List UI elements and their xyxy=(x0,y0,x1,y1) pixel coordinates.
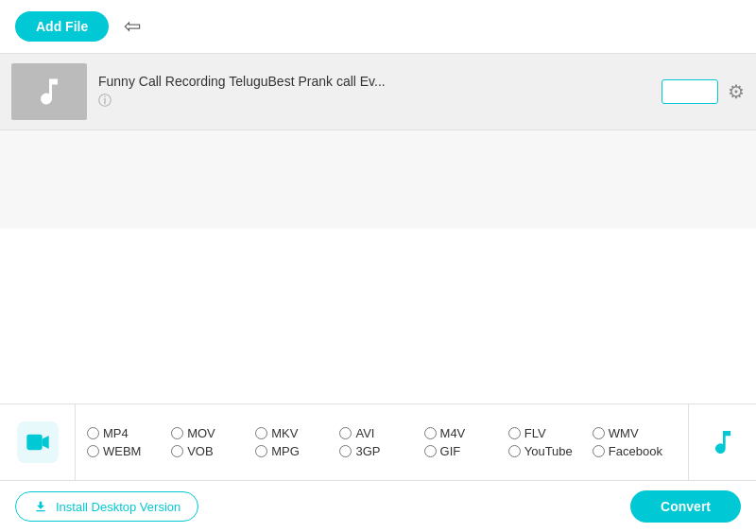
music-icon xyxy=(32,75,66,109)
format-option-mkv[interactable]: MKV xyxy=(255,426,339,440)
format-radio-3gp[interactable] xyxy=(339,445,352,457)
settings-icon[interactable]: ⚙ xyxy=(728,80,745,103)
video-icon xyxy=(25,429,51,455)
download-icon xyxy=(33,499,48,514)
file-actions: ⚙ xyxy=(662,79,745,104)
format-option-3gp[interactable]: 3GP xyxy=(339,444,423,458)
format-label-avi: AVI xyxy=(355,426,374,440)
format-bar: MP4MOVMKVAVIM4VFLVWMVWEBMVOBMPG3GPGIFYou… xyxy=(0,403,756,480)
format-radio-mov[interactable] xyxy=(171,427,183,439)
format-bar-right[interactable] xyxy=(688,404,756,480)
format-option-gif[interactable]: GIF xyxy=(424,444,508,458)
format-label-mp4: MP4 xyxy=(103,426,129,440)
format-option-mp4[interactable]: MP4 xyxy=(87,426,171,440)
format-radio-webm[interactable] xyxy=(87,445,99,457)
duration-box xyxy=(662,79,718,104)
format-option-flv[interactable]: FLV xyxy=(508,426,593,440)
format-label-m4v: M4V xyxy=(440,426,466,440)
install-label: Install Desktop Version xyxy=(56,500,180,514)
empty-space xyxy=(0,229,756,403)
arrow-left-icon: ⇦ xyxy=(124,14,141,39)
svg-marker-1 xyxy=(42,436,48,449)
format-label-3gp: 3GP xyxy=(355,444,380,458)
format-option-avi[interactable]: AVI xyxy=(339,426,423,440)
format-option-wmv[interactable]: WMV xyxy=(593,426,677,440)
file-info: Funny Call Recording TeluguBest Prank ca… xyxy=(98,74,650,110)
format-bar-left[interactable] xyxy=(0,404,76,480)
file-list: Funny Call Recording TeluguBest Prank ca… xyxy=(0,54,756,229)
format-options: MP4MOVMKVAVIM4VFLVWMVWEBMVOBMPG3GPGIFYou… xyxy=(76,419,688,466)
audio-icon-box xyxy=(704,421,741,463)
format-label-mkv: MKV xyxy=(271,426,298,440)
audio-icon xyxy=(708,427,738,457)
format-option-facebook[interactable]: Facebook xyxy=(593,444,677,458)
format-label-webm: WEBM xyxy=(103,444,141,458)
format-radio-vob[interactable] xyxy=(171,445,183,457)
format-label-flv: FLV xyxy=(524,426,546,440)
format-label-facebook: Facebook xyxy=(609,444,662,458)
format-option-mov[interactable]: MOV xyxy=(171,426,255,440)
format-label-gif: GIF xyxy=(440,444,461,458)
info-icon[interactable]: ⓘ xyxy=(98,93,650,110)
format-radio-youtube[interactable] xyxy=(508,445,521,457)
convert-button[interactable]: Convert xyxy=(630,490,741,523)
format-option-youtube[interactable]: YouTube xyxy=(508,444,593,458)
video-icon-box xyxy=(17,421,59,463)
format-radio-avi[interactable] xyxy=(339,427,352,439)
format-radio-gif[interactable] xyxy=(424,445,437,457)
format-radio-wmv[interactable] xyxy=(593,427,605,439)
format-label-youtube: YouTube xyxy=(524,444,573,458)
install-button[interactable]: Install Desktop Version xyxy=(15,491,198,522)
svg-rect-0 xyxy=(26,435,42,450)
format-option-m4v[interactable]: M4V xyxy=(424,426,508,440)
format-radio-mkv[interactable] xyxy=(255,427,267,439)
action-bar: Install Desktop Version Convert xyxy=(0,480,756,532)
format-label-vob: VOB xyxy=(187,444,213,458)
format-radio-m4v[interactable] xyxy=(424,427,437,439)
top-bar: Add File ⇦ xyxy=(0,0,756,54)
file-thumbnail xyxy=(11,63,87,120)
file-name: Funny Call Recording TeluguBest Prank ca… xyxy=(98,74,495,89)
file-item: Funny Call Recording TeluguBest Prank ca… xyxy=(0,54,756,130)
add-file-button[interactable]: Add File xyxy=(15,11,109,42)
format-radio-facebook[interactable] xyxy=(593,445,605,457)
format-radio-flv[interactable] xyxy=(508,427,521,439)
format-label-wmv: WMV xyxy=(609,426,639,440)
format-radio-mpg[interactable] xyxy=(255,445,267,457)
format-option-webm[interactable]: WEBM xyxy=(87,444,171,458)
format-radio-mp4[interactable] xyxy=(87,427,99,439)
format-label-mpg: MPG xyxy=(271,444,300,458)
format-label-mov: MOV xyxy=(187,426,215,440)
format-option-vob[interactable]: VOB xyxy=(171,444,255,458)
format-option-mpg[interactable]: MPG xyxy=(255,444,339,458)
